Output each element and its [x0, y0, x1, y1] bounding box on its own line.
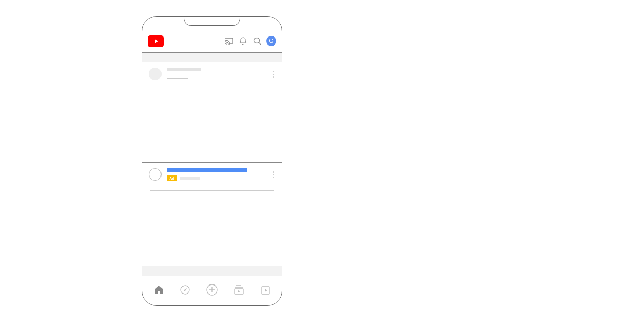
- nav-subscriptions-icon[interactable]: [232, 283, 246, 297]
- app-header: G: [142, 30, 282, 53]
- phone-notch: [184, 16, 240, 26]
- ad-description: [149, 190, 275, 196]
- profile-avatar[interactable]: G: [266, 36, 276, 46]
- more-options-icon[interactable]: [272, 170, 275, 179]
- svg-point-0: [254, 38, 259, 43]
- feed-item-row: [149, 68, 275, 80]
- ad-desc-line: [150, 196, 243, 196]
- ad-title-bar: [167, 168, 247, 172]
- ad-item-text: Ad: [167, 168, 275, 181]
- nav-home-icon[interactable]: [152, 283, 166, 297]
- feed-spacer: [142, 203, 282, 266]
- mini-player-bar: [142, 266, 282, 276]
- ad-badge-label: Ad: [169, 177, 174, 180]
- search-icon[interactable]: [252, 36, 262, 46]
- ad-advertiser-placeholder: [180, 177, 200, 180]
- cast-icon[interactable]: [224, 36, 234, 46]
- app-screen: G: [142, 30, 282, 305]
- more-options-icon[interactable]: [272, 70, 275, 79]
- video-title-placeholder: [167, 68, 201, 71]
- bottom-nav: [142, 276, 282, 305]
- channel-avatar[interactable]: [149, 68, 162, 80]
- bell-icon[interactable]: [238, 36, 248, 46]
- ad-avatar[interactable]: [149, 168, 162, 181]
- play-icon: [155, 39, 158, 43]
- ad-desc-line: [150, 190, 274, 191]
- youtube-logo[interactable]: [148, 35, 164, 47]
- avatar-letter: G: [269, 38, 274, 44]
- nav-library-icon[interactable]: [258, 283, 272, 297]
- video-thumbnail[interactable]: [142, 87, 282, 163]
- ad-item-row: Ad: [149, 168, 275, 181]
- video-meta-line: [167, 78, 188, 79]
- phone-frame: G: [142, 16, 282, 306]
- ad-feed-item[interactable]: Ad: [142, 163, 282, 203]
- nav-explore-icon[interactable]: [178, 283, 192, 297]
- video-meta-line: [167, 75, 237, 75]
- svg-line-1: [259, 42, 261, 45]
- feed-item-text: [167, 68, 275, 79]
- nav-create-icon[interactable]: [205, 283, 219, 297]
- feed-item[interactable]: [142, 62, 282, 87]
- category-chip-bar: [142, 53, 282, 62]
- ad-badge: Ad: [167, 175, 177, 181]
- ad-label-row: Ad: [167, 175, 275, 181]
